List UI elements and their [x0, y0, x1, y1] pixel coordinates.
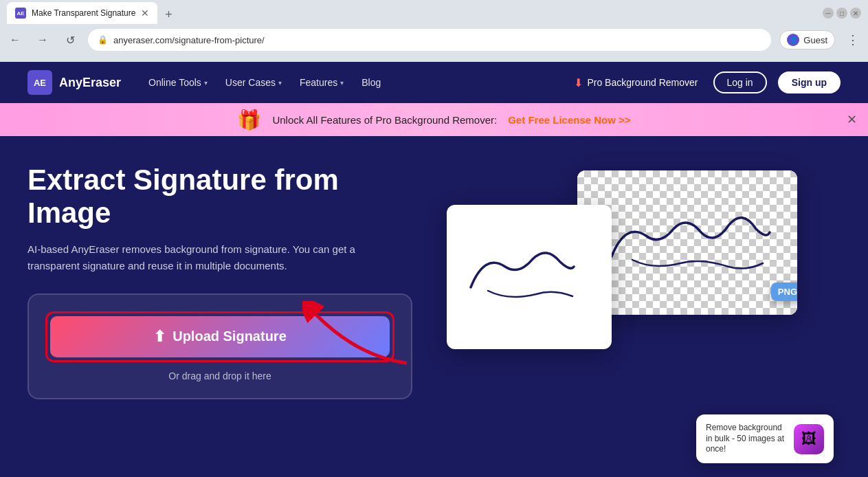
back-button[interactable]: ← — [5, 30, 25, 49]
hero-title: Extract Signature from Image — [27, 164, 412, 230]
new-tab-button[interactable]: + — [159, 5, 178, 24]
promo-banner: 🎁 Unlock All Features of Pro Background … — [0, 103, 868, 136]
browser-nav-bar: ← → ↺ 🔒 anyeraser.com/signature-from-pic… — [0, 26, 868, 54]
profile-label: Guest — [803, 35, 827, 45]
upload-signature-button[interactable]: ⬆ Upload Signature — [50, 316, 390, 357]
signature-drawing — [457, 229, 601, 325]
upload-area: ⬆ Upload Signature Or drag and drop it h… — [27, 293, 412, 399]
pro-label: Pro Background Remover — [587, 77, 698, 88]
login-button[interactable]: Log in — [713, 71, 767, 93]
hero-right: PNG Remove background in bulk - 50 image… — [440, 164, 841, 477]
nav-pro-remover[interactable]: ⬇ Pro Background Remover — [574, 76, 698, 89]
url-text: anyeraser.com/signature-from-picture/ — [113, 35, 761, 45]
popup-text: Remove background in bulk - 50 images at… — [706, 423, 787, 455]
download-icon: ⬇ — [574, 76, 583, 89]
page-content: AE AnyEraser Online Tools ▾ User Cases ▾… — [0, 62, 868, 477]
signature-svg-transparent — [591, 195, 783, 291]
brand-name: AnyEraser — [59, 76, 121, 90]
address-bar[interactable]: 🔒 anyeraser.com/signature-from-picture/ — [88, 29, 771, 51]
upload-btn-wrapper: ⬆ Upload Signature — [45, 311, 394, 362]
banner-close-button[interactable]: ✕ — [847, 112, 857, 127]
upload-label: Upload Signature — [173, 329, 287, 344]
signup-button[interactable]: Sign up — [778, 71, 841, 93]
tab-title: Make Transparent Signature — [32, 8, 135, 18]
png-badge: PNG — [771, 282, 797, 301]
banner-cta-link[interactable]: Get Free License Now >> — [508, 114, 630, 126]
site-logo[interactable]: AE AnyEraser — [27, 70, 121, 95]
chevron-down-icon: ▾ — [204, 79, 208, 87]
hero-section: Extract Signature from Image AI-based An… — [0, 136, 868, 477]
nav-user-cases[interactable]: User Cases ▾ — [219, 73, 289, 92]
window-controls: ─ □ ✕ — [823, 8, 861, 19]
chevron-down-icon: ▾ — [340, 79, 344, 87]
site-nav: Online Tools ▾ User Cases ▾ Features ▾ B… — [142, 71, 841, 93]
secure-icon: 🔒 — [98, 35, 108, 45]
nav-online-tools[interactable]: Online Tools ▾ — [142, 73, 214, 92]
nav-features[interactable]: Features ▾ — [293, 73, 350, 92]
banner-text: Unlock All Features of Pro Background Re… — [272, 114, 497, 126]
forward-button[interactable]: → — [33, 30, 52, 49]
close-window-button[interactable]: ✕ — [850, 8, 861, 19]
browser-titlebar: AE Make Transparent Signature ✕ + ─ □ ✕ — [0, 0, 868, 26]
popup-icon: 🖼 — [794, 424, 824, 454]
tab-close-button[interactable]: ✕ — [141, 8, 149, 18]
hero-description: AI-based AnyEraser removes background fr… — [27, 241, 357, 274]
floating-popup[interactable]: Remove background in bulk - 50 images at… — [696, 414, 834, 463]
minimize-button[interactable]: ─ — [823, 8, 834, 19]
profile-icon: 👤 — [787, 34, 799, 46]
refresh-button[interactable]: ↺ — [60, 30, 80, 49]
browser-menu-button[interactable]: ⋮ — [843, 30, 863, 49]
nav-blog[interactable]: Blog — [355, 73, 388, 92]
maximize-button[interactable]: □ — [836, 8, 847, 19]
tab-strip: AE Make Transparent Signature ✕ + — [7, 2, 819, 24]
signature-original-card — [447, 205, 612, 349]
upload-icon: ⬆ — [153, 328, 166, 346]
gift-icon: 🎁 — [237, 109, 261, 131]
hero-left: Extract Signature from Image AI-based An… — [27, 164, 412, 477]
site-header: AE AnyEraser Online Tools ▾ User Cases ▾… — [0, 62, 868, 103]
active-tab[interactable]: AE Make Transparent Signature ✕ — [7, 2, 157, 24]
drag-drop-text: Or drag and drop it here — [45, 370, 394, 381]
browser-chrome: AE Make Transparent Signature ✕ + ─ □ ✕ … — [0, 0, 868, 62]
signature-svg-original — [447, 205, 612, 349]
chevron-down-icon: ▾ — [278, 79, 282, 87]
tab-favicon: AE — [15, 8, 26, 19]
profile-button[interactable]: 👤 Guest — [779, 30, 835, 49]
logo-icon: AE — [27, 70, 52, 95]
